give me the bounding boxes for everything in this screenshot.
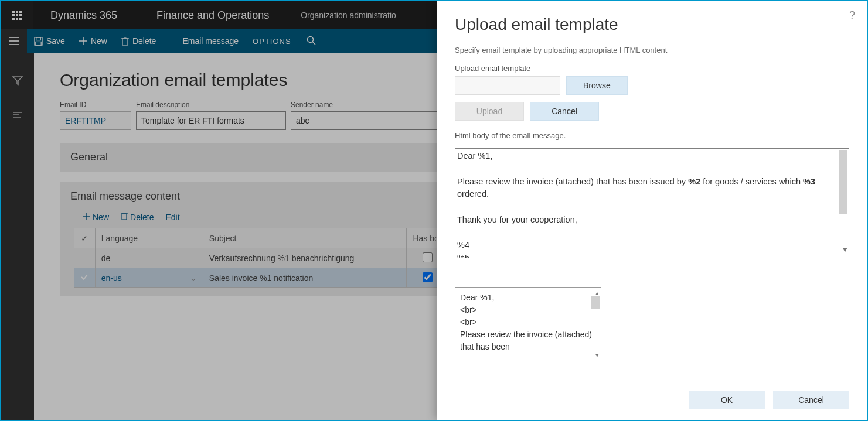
- scroll-down-icon[interactable]: ▾: [595, 350, 599, 360]
- html-source[interactable]: ▴ ▾ Dear %1, <br> <br> Please review the…: [455, 287, 601, 360]
- body-label: Html body of the email message.: [455, 131, 849, 140]
- upload-button: Upload: [455, 102, 524, 121]
- file-path-input[interactable]: [455, 76, 560, 95]
- panel-desc: Specify email template by uploading appr…: [455, 46, 849, 54]
- ok-button[interactable]: OK: [689, 391, 765, 409]
- scrollbar[interactable]: [839, 150, 847, 214]
- cancel-button[interactable]: Cancel: [773, 391, 849, 409]
- upload-panel: ? Upload email template Specify email te…: [437, 1, 867, 420]
- help-icon[interactable]: ?: [849, 9, 855, 22]
- html-preview[interactable]: ▾ Dear %1, Please review the invoice (at…: [455, 148, 849, 258]
- panel-title: Upload email template: [455, 15, 849, 34]
- browse-button[interactable]: Browse: [566, 76, 628, 95]
- upload-label: Upload email template: [455, 64, 849, 73]
- panel-footer: OK Cancel: [455, 382, 849, 420]
- scroll-down-icon[interactable]: ▾: [843, 244, 847, 256]
- scrollbar[interactable]: [591, 296, 600, 309]
- modal-scrim: [1, 1, 438, 420]
- cancel-upload-button[interactable]: Cancel: [530, 102, 599, 121]
